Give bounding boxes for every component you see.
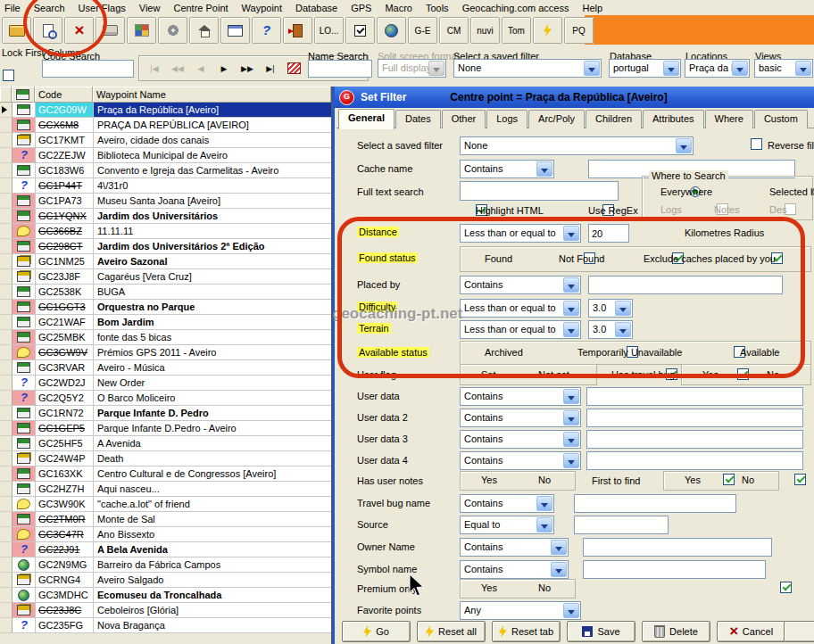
chevron-down-icon[interactable] <box>795 61 811 76</box>
toolbar-button[interactable] <box>96 17 125 44</box>
difficulty-op-select[interactable]: Less than or equal to <box>460 299 581 318</box>
table-row[interactable]: GC3RVAR Aveiro - Música <box>0 360 331 376</box>
dialog-button[interactable]: Delete <box>642 621 710 642</box>
chevron-down-icon[interactable] <box>732 61 748 76</box>
table-row[interactable]: GC2N9MG Barreiro da Fábrica Campos <box>0 557 331 573</box>
menu-item[interactable]: View <box>139 3 161 13</box>
table-row[interactable]: GC2HZ7H Aqui nasceu... <box>0 482 331 497</box>
table-row[interactable]: GC1GGT3 Orquestra no Parque <box>0 300 331 315</box>
table-row[interactable]: GC23J8C Ceboleiros [Glória] <box>0 603 331 618</box>
toolbar-button[interactable] <box>283 17 312 44</box>
dialog-tab[interactable]: Where <box>705 110 753 128</box>
split-screen-format-select[interactable]: Full display <box>378 59 446 78</box>
chevron-down-icon[interactable] <box>563 432 579 447</box>
table-row[interactable]: GC235FG Nova Bragança <box>0 618 331 633</box>
table-row[interactable]: GC3MDHC Ecomuseu da Troncalhada <box>0 588 331 603</box>
user-data3-input[interactable] <box>586 430 803 449</box>
toolbar-button[interactable] <box>64 17 94 44</box>
toolbar-button[interactable]: G-E <box>408 17 437 44</box>
menu-item[interactable]: Tools <box>426 3 449 13</box>
dialog-title-bar[interactable]: Set Filter Centre point = Praça da Repúb… <box>335 87 814 108</box>
code-column-header[interactable]: Code <box>35 87 93 103</box>
table-row[interactable]: GC298CT Jardim dos Universitários 2ª Edi… <box>0 239 331 254</box>
cache-name-op-select[interactable]: Contains <box>460 160 554 178</box>
table-row[interactable]: GC25HF5 A Avenida <box>0 436 331 451</box>
source-input[interactable] <box>574 516 669 534</box>
chevron-down-icon[interactable] <box>536 496 552 511</box>
table-row[interactable]: GC1RN72 Parque Infante D. Pedro <box>0 406 331 421</box>
chevron-down-icon[interactable] <box>615 301 631 316</box>
chevron-down-icon[interactable] <box>563 277 579 293</box>
chevron-down-icon[interactable] <box>551 540 567 555</box>
saved-filter-select[interactable]: None <box>453 59 602 78</box>
dialog-tab[interactable]: Other <box>442 110 486 128</box>
chevron-down-icon[interactable] <box>563 389 579 404</box>
table-row[interactable]: GC3W90K "cache.a.lot" of friend <box>0 497 331 512</box>
toolbar-button[interactable]: nuvi <box>470 17 500 44</box>
full-text-search-input[interactable] <box>460 181 619 201</box>
table-row[interactable]: GC1P44T 4\/31r0 <box>0 178 331 194</box>
owner-name-op-select[interactable]: Contains <box>460 538 569 557</box>
table-row[interactable]: GC21WAF Bom Jardim <box>0 315 331 330</box>
table-row[interactable]: GC23J8F Cagaréus [Vera Cruz] <box>0 269 331 285</box>
lock-first-column-checkbox[interactable] <box>3 70 14 81</box>
record-nav-button[interactable] <box>284 59 303 78</box>
chevron-down-icon[interactable] <box>563 226 579 241</box>
toolbar-button[interactable] <box>158 17 187 44</box>
toolbar-button[interactable] <box>33 17 62 44</box>
symbol-name-input[interactable] <box>583 560 766 579</box>
toolbar-button[interactable]: PQ <box>564 17 594 44</box>
placed-by-input[interactable] <box>588 276 783 294</box>
record-nav-button[interactable]: ▶ <box>214 59 234 78</box>
toolbar-button[interactable]: CM <box>439 17 469 44</box>
code-search-input[interactable] <box>42 60 134 78</box>
travel-bug-name-op-select[interactable]: Contains <box>460 494 554 513</box>
dialog-saved-filter-select[interactable]: None <box>460 136 694 155</box>
table-row[interactable]: GC2538K BUGA <box>0 285 331 300</box>
table-row[interactable]: GC25MBK fonte das 5 bicas <box>0 330 331 345</box>
table-row[interactable]: GC22J91 A Bela Avenida <box>0 542 331 557</box>
chevron-down-icon[interactable] <box>563 453 579 468</box>
travel-bug-name-input[interactable] <box>574 494 736 513</box>
table-row[interactable]: GC2Q5Y2 O Barco Moliceiro <box>0 391 331 406</box>
dialog-tab[interactable]: Logs <box>486 110 527 128</box>
table-row[interactable]: GC2WD2J New Order <box>0 376 331 391</box>
dialog-button[interactable]: Reset all <box>417 621 486 642</box>
table-row[interactable]: GC3C47R Ano Bissexto <box>0 527 331 542</box>
chevron-down-icon[interactable] <box>563 603 579 618</box>
user-data2-op-select[interactable]: Contains <box>460 409 581 427</box>
chevron-down-icon[interactable] <box>676 138 692 153</box>
chevron-down-icon[interactable] <box>536 161 552 177</box>
distance-op-select[interactable]: Less than or equal to <box>460 224 581 243</box>
difficulty-value-select[interactable]: 3.0 <box>588 299 633 318</box>
placed-by-op-select[interactable]: Contains <box>460 276 581 294</box>
dialog-tab[interactable]: Children <box>586 110 642 128</box>
dialog-button[interactable]: Cancel <box>717 621 785 642</box>
record-nav-button[interactable]: ◀◀ <box>168 59 187 78</box>
dialog-tab[interactable]: Arc/Poly <box>528 110 585 128</box>
dialog-tab[interactable]: Custom <box>754 110 808 128</box>
user-data4-input[interactable] <box>586 451 803 470</box>
user-data-op-select[interactable]: Contains <box>460 387 581 406</box>
table-row[interactable]: GC17KMT Aveiro, cidade dos canais <box>0 133 331 148</box>
chevron-down-icon[interactable] <box>584 61 600 76</box>
table-row[interactable]: GC3GW9V Prémios GPS 2011 - Aveiro <box>0 345 331 360</box>
name-column-header[interactable]: Waypoint Name <box>93 87 331 103</box>
chevron-down-icon[interactable] <box>563 322 579 337</box>
menu-item[interactable]: File <box>4 3 21 13</box>
dialog-button[interactable]: Go <box>342 621 411 642</box>
menu-item[interactable]: Macro <box>385 3 412 13</box>
premium-yes-checkbox[interactable] <box>780 582 792 593</box>
table-row[interactable]: GC2ZEJW Biblioteca Municipal de Aveiro <box>0 148 331 163</box>
toolbar-button[interactable] <box>2 17 31 44</box>
record-nav-button[interactable]: ▶▶ <box>237 59 257 78</box>
owner-name-input[interactable] <box>583 538 772 557</box>
source-op-select[interactable]: Equal to <box>460 516 554 534</box>
table-row[interactable]: GCRNG4 Aveiro Salgado <box>0 573 331 588</box>
table-row[interactable]: GC24W4P Death <box>0 451 331 466</box>
toolbar-button[interactable] <box>189 17 219 44</box>
menu-item[interactable]: Waypoint <box>242 3 282 13</box>
chevron-down-icon[interactable] <box>563 301 579 316</box>
table-row[interactable]: GC2TM0R Monte de Sal <box>0 512 331 527</box>
table-row[interactable]: GC1NM25 Aveiro Sazonal <box>0 254 331 269</box>
